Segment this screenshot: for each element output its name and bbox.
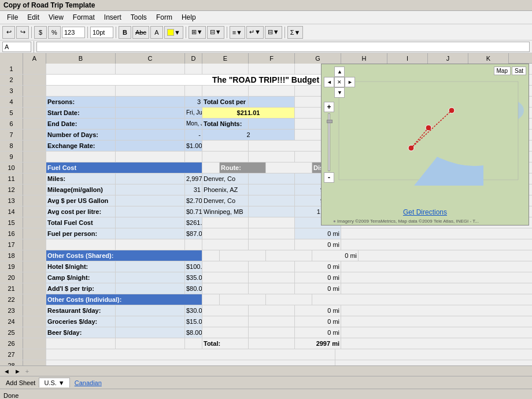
cell[interactable]	[23, 349, 46, 360]
cell[interactable]	[249, 272, 295, 283]
map-nav-right[interactable]: ►	[345, 77, 355, 87]
cell[interactable]	[23, 283, 46, 294]
cell-route3[interactable]: Denver, Co	[202, 195, 249, 206]
cell-numdays-value[interactable]: -	[185, 130, 202, 140]
cell[interactable]	[23, 327, 46, 338]
cell[interactable]	[202, 305, 249, 316]
cell[interactable]	[23, 64, 46, 74]
merge-button[interactable]: ⊟▼	[207, 26, 224, 39]
cell-hotelnight-value[interactable]: $100.00	[185, 261, 202, 272]
cell[interactable]	[116, 228, 185, 239]
cell[interactable]	[202, 162, 220, 173]
cell-totalnights-value[interactable]: 2	[202, 130, 295, 140]
cell[interactable]	[202, 228, 249, 239]
cell[interactable]	[202, 152, 249, 162]
cell-miles-label[interactable]: Miles:	[46, 173, 116, 184]
cell[interactable]	[202, 261, 249, 272]
cell[interactable]	[116, 206, 185, 217]
cell-campnight-label[interactable]: Camp $/night:	[46, 272, 116, 283]
cell[interactable]	[220, 250, 266, 261]
cell[interactable]	[266, 294, 312, 305]
cell-route-header[interactable]: Route:	[220, 162, 266, 173]
cell[interactable]	[249, 184, 295, 195]
satellite-view-button[interactable]: Sat	[512, 66, 526, 75]
cell-dist7[interactable]: 0 mi	[295, 239, 341, 250]
cell[interactable]	[23, 97, 46, 107]
cell-miles-value[interactable]: 2,997	[185, 173, 202, 184]
col-A[interactable]: A	[23, 53, 46, 64]
cell[interactable]	[23, 86, 46, 96]
cell[interactable]	[116, 305, 185, 316]
cell[interactable]	[249, 338, 295, 349]
cell[interactable]	[116, 119, 185, 129]
cell[interactable]	[220, 294, 266, 305]
col-I[interactable]: I	[387, 53, 428, 64]
cell[interactable]	[116, 108, 185, 118]
map-nav-up[interactable]: ▲	[334, 66, 345, 77]
cell[interactable]	[46, 360, 335, 365]
cell-total-cost-label[interactable]: Total Cost per Person:	[202, 97, 249, 107]
sheet-tab-us[interactable]: U.S. ▼	[39, 378, 69, 387]
cell-restaurant-value[interactable]: $30.00	[185, 305, 202, 316]
cell-total-cost-value[interactable]: $211.01	[202, 108, 295, 118]
cell[interactable]	[46, 86, 116, 96]
cell[interactable]	[116, 316, 185, 327]
cell-total-dist[interactable]: 2997 mi	[295, 338, 341, 349]
cell[interactable]	[202, 327, 249, 338]
cell-route4[interactable]: Winnipeg, MB	[202, 206, 249, 217]
cell[interactable]	[23, 152, 46, 162]
cell[interactable]	[23, 75, 46, 85]
cell[interactable]	[202, 141, 249, 151]
cell-fuelperperson-value[interactable]: $87.01	[185, 228, 202, 239]
cell[interactable]	[249, 327, 295, 338]
bg-color-button[interactable]: ▼	[164, 26, 183, 39]
cell[interactable]	[46, 338, 116, 349]
cell-fuelperperson-label[interactable]: Fuel per person:	[46, 228, 116, 239]
cell[interactable]	[116, 327, 185, 338]
cell[interactable]	[249, 86, 295, 96]
cell[interactable]	[266, 162, 312, 173]
cell[interactable]	[202, 217, 249, 228]
zoom-in-button[interactable]: +	[324, 102, 334, 112]
cell-otherindiv-header[interactable]: Other Costs (Individual):	[46, 294, 202, 305]
format-input[interactable]	[62, 27, 85, 38]
cell[interactable]	[116, 141, 185, 151]
menu-edit[interactable]: Edit	[23, 12, 44, 23]
add-sheet-button[interactable]: Add Sheet	[2, 378, 39, 387]
cell-dist13[interactable]: 0 mi	[295, 316, 341, 327]
cell-route2[interactable]: Phoenix, AZ	[202, 184, 249, 195]
get-directions-link[interactable]: Get Directions	[403, 208, 447, 216]
cell-exchrate-label[interactable]: Exchange Rate:	[46, 141, 116, 151]
cell-persons-value[interactable]: 3	[185, 97, 202, 107]
cell[interactable]	[202, 239, 249, 250]
col-K[interactable]: K	[468, 53, 509, 64]
cell[interactable]	[23, 360, 46, 365]
cell-startdate-value[interactable]: Fri, June 27, 2008	[185, 108, 202, 118]
cell[interactable]	[23, 141, 46, 151]
col-G[interactable]: G	[295, 53, 341, 64]
cell[interactable]	[249, 239, 295, 250]
cell[interactable]	[116, 195, 185, 206]
cell[interactable]	[116, 97, 185, 107]
cell[interactable]	[116, 283, 185, 294]
cell-dist8[interactable]: 0 mi	[312, 250, 359, 261]
cell[interactable]	[202, 294, 220, 305]
cell[interactable]	[249, 261, 295, 272]
cell[interactable]	[23, 250, 46, 261]
cell[interactable]	[116, 152, 185, 162]
cell[interactable]	[23, 272, 46, 283]
cell[interactable]	[46, 239, 116, 250]
cell[interactable]	[249, 195, 295, 206]
cell[interactable]	[116, 261, 185, 272]
col-C[interactable]: C	[116, 53, 185, 64]
cell-campnight-value[interactable]: $35.00	[185, 272, 202, 283]
cell[interactable]	[116, 86, 185, 96]
cell-total-label[interactable]: Total:	[202, 338, 249, 349]
cell[interactable]	[116, 272, 185, 283]
cell[interactable]	[23, 108, 46, 118]
cell[interactable]	[116, 338, 185, 349]
cell-avgltr-label[interactable]: Avg cost per litre:	[46, 206, 116, 217]
cell-avgprice-value[interactable]: $2.70	[185, 195, 202, 206]
undo-button[interactable]: ↩	[2, 26, 15, 39]
map-nav-left[interactable]: ◄	[324, 77, 334, 87]
